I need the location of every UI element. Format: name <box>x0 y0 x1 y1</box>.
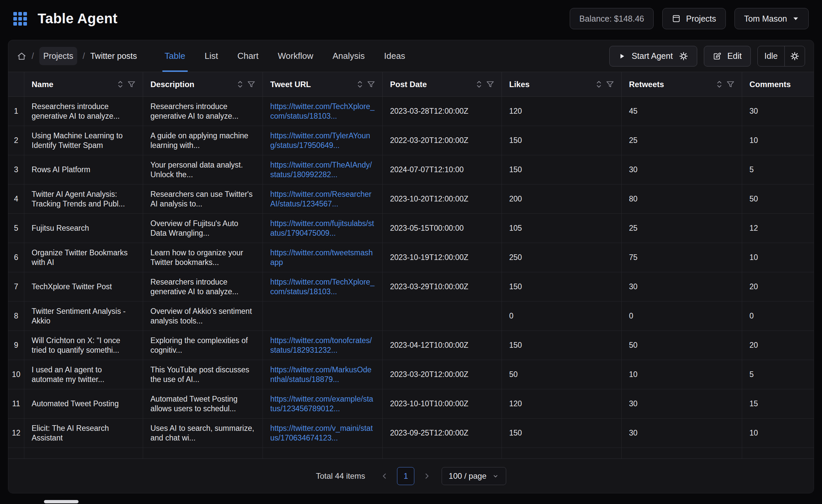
cell-comments: 10 <box>742 419 814 447</box>
tweet-link[interactable]: https://twitter.com/MarkusOdenthal/statu… <box>270 365 375 384</box>
start-agent-label: Start Agent <box>632 51 673 61</box>
sort-icon[interactable] <box>238 80 243 88</box>
filter-funnel-icon[interactable] <box>127 80 135 88</box>
sort-icon[interactable] <box>477 80 481 88</box>
page-size-select[interactable]: 100 / page <box>442 467 506 485</box>
cell-description: Learn how to organize your Twitter bookm… <box>150 248 255 267</box>
filter-funnel-icon[interactable] <box>367 80 375 88</box>
cell-description: Researchers introduce generative AI to a… <box>150 277 255 297</box>
cell-post-date: 2024-01-25T00:00:00 <box>383 448 502 458</box>
tweet-link[interactable]: https://twitter.com/fujitsulabs/status/1… <box>270 219 375 238</box>
cell-retweets: 50 <box>622 331 742 360</box>
column-header-description[interactable]: Description <box>143 72 263 96</box>
row-number: 3 <box>8 155 24 184</box>
column-header-likes[interactable]: Likes <box>502 72 622 96</box>
table-row[interactable]: 12 Elicit: The AI Research Assistant Use… <box>8 419 814 448</box>
projects-button-label: Projects <box>686 14 716 24</box>
row-number: 2 <box>8 126 24 155</box>
tweet-link[interactable]: https://twitter.com/example/status/12345… <box>270 394 375 414</box>
cell-post-date: 2023-10-19T12:00:00Z <box>383 243 502 272</box>
breadcrumb-projects[interactable]: Projects <box>39 47 77 65</box>
filter-funnel-icon[interactable] <box>606 80 614 88</box>
cell-post-date: 2023-03-29T10:00:00Z <box>383 272 502 301</box>
cell-retweets: 30 <box>622 389 742 418</box>
cell-description: Overview of Fujitsu's Auto Data Wranglin… <box>150 219 255 238</box>
table-row[interactable]: 6 Organize Twitter Bookmarks with AI Lea… <box>8 243 814 272</box>
sort-icon[interactable] <box>118 80 123 88</box>
horizontal-scrollbar-thumb[interactable] <box>44 500 78 503</box>
filter-funnel-icon[interactable] <box>486 80 494 88</box>
next-page-button[interactable] <box>420 470 433 482</box>
column-label: Likes <box>509 80 529 89</box>
previous-page-button[interactable] <box>378 470 391 482</box>
cell-retweets: 25 <box>622 214 742 243</box>
tweet-link[interactable]: https://twitter.com/TheAIAndy/status/180… <box>270 160 375 180</box>
home-icon[interactable] <box>17 52 26 61</box>
row-number: 5 <box>8 214 24 243</box>
row-number: 11 <box>8 389 24 418</box>
cell-description: Exploring the complexities of cognitiv..… <box>150 336 255 355</box>
sort-icon[interactable] <box>596 80 601 88</box>
table-row[interactable]: 3 Rows AI Platform Your personal data an… <box>8 155 814 185</box>
tweet-link[interactable]: https://twitter.com/tweetsmashapp <box>270 248 375 267</box>
projects-button[interactable]: Projects <box>662 8 726 29</box>
cell-description: Automated Tweet Posting allows users to … <box>150 394 255 414</box>
column-header-retweets[interactable]: Retweets <box>622 72 742 96</box>
filter-funnel-icon[interactable] <box>727 80 735 88</box>
table-row[interactable]: 11 Automated Tweet Posting Automated Twe… <box>8 389 814 419</box>
agent-status-label: Idle <box>758 46 784 66</box>
start-agent-button[interactable]: Start Agent <box>609 46 697 66</box>
column-header-tweet-url[interactable]: Tweet URL <box>263 72 383 96</box>
tab-analysis[interactable]: Analysis <box>323 40 374 72</box>
edit-button[interactable]: Edit <box>704 46 751 66</box>
agent-settings-gear-icon[interactable] <box>679 52 688 61</box>
column-header-comments[interactable]: Comments <box>742 72 814 96</box>
table-row[interactable]: 7 TechXplore Twitter Post Researchers in… <box>8 272 814 302</box>
cell-retweets: 10 <box>622 360 742 389</box>
cell-description: Researchers introduce generative AI to a… <box>150 102 255 121</box>
tab-workflow[interactable]: Workflow <box>268 40 323 72</box>
tweet-link[interactable]: https://twitter.com/TechXplore_com/statu… <box>270 102 375 121</box>
cell-likes: 0 <box>502 302 622 330</box>
table-row[interactable]: 4 Twitter AI Agent Analysis: Tracking Tr… <box>8 185 814 214</box>
table-row[interactable]: 9 Will Crichton on X: "I once tried to q… <box>8 331 814 360</box>
tweet-link[interactable]: https://twitter.com/TylerAYoung/status/1… <box>270 131 375 150</box>
tab-ideas[interactable]: Ideas <box>374 40 415 72</box>
cell-name: Will Crichton on X: "I once tried to qua… <box>32 336 135 355</box>
column-header-name[interactable]: Name <box>24 72 143 96</box>
balance-button[interactable]: Balance: $148.46 <box>570 8 654 29</box>
cell-post-date: 2023-04-12T10:00:00Z <box>383 331 502 360</box>
tweet-link[interactable]: https://twitter.com/tonofcrates/status/1… <box>270 336 375 355</box>
cell-name: Twitter AI Agent Analysis: Tracking Tren… <box>32 189 135 209</box>
user-name: Tom Mason <box>744 14 787 24</box>
tweet-link[interactable]: https://twitter.com/TechXplore_com/statu… <box>270 277 375 297</box>
table-row[interactable]: 1 Researchers introduce generative AI to… <box>8 97 814 126</box>
filter-funnel-icon[interactable] <box>247 80 255 88</box>
tweet-link[interactable]: https://twitter.com/ResearcherAI/status/… <box>270 189 375 209</box>
tab-chart[interactable]: Chart <box>228 40 268 72</box>
tab-table[interactable]: Table <box>155 40 195 72</box>
table-row[interactable]: 10 I used an AI agent to automate my twi… <box>8 360 814 389</box>
cell-likes: 150 <box>502 331 622 360</box>
cell-post-date: 2023-05-15T00:00:00 <box>383 214 502 243</box>
column-header-post-date[interactable]: Post Date <box>383 72 502 96</box>
chevron-down-icon <box>492 472 499 480</box>
current-page-button[interactable]: 1 <box>397 467 414 485</box>
cell-comments: 20 <box>742 331 814 360</box>
cell-comments: 0 <box>742 302 814 330</box>
app-logo-icon <box>13 12 27 26</box>
sort-icon[interactable] <box>357 80 362 88</box>
status-settings-gear-icon[interactable] <box>784 46 805 66</box>
user-menu-button[interactable]: Tom Mason <box>735 8 809 29</box>
cell-post-date: 2023-03-20T12:00:00Z <box>383 360 502 389</box>
table-row[interactable]: 5 Fujitsu Research Overview of Fujitsu's… <box>8 214 814 243</box>
sort-icon[interactable] <box>717 80 722 88</box>
tab-list[interactable]: List <box>195 40 228 72</box>
tweet-link[interactable]: https://twitter.com/v_maini/status/17063… <box>270 424 375 443</box>
table-row[interactable]: 8 Twitter Sentiment Analysis - Akkio Ove… <box>8 302 814 331</box>
table-row[interactable]: 2 Using Machine Learning to Identify Twi… <box>8 126 814 155</box>
row-number: 6 <box>8 243 24 272</box>
play-icon <box>618 52 626 60</box>
table-row[interactable]: 13 ChatDOC (@chatdoc_ai) ChatGPT-based f… <box>8 448 814 458</box>
cell-comments: 30 <box>742 97 814 126</box>
